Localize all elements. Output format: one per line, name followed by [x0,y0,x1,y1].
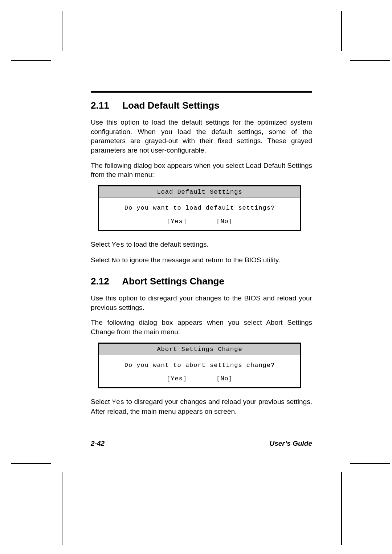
dialog-box: Load Default Settings Do you want to loa… [98,185,312,231]
body-paragraph: Select No to ignore the message and retu… [91,255,312,266]
dialog-option-no[interactable]: [No] [216,375,233,382]
text-fragment: to ignore the message and return to the … [120,256,280,264]
doc-title: User’s Guide [269,440,312,448]
text-fragment: Select [91,240,112,248]
dialog-box: Abort Settings Change Do you want to abo… [98,343,312,388]
dialog-option-yes[interactable]: [Yes] [167,375,187,382]
section-heading: 2.11 Load Default Settings [91,100,312,111]
code-text: Yes [112,398,124,406]
crop-mark [341,472,342,545]
body-paragraph: Use this option to disregard your change… [91,294,312,312]
dialog-question: Do you want to load default settings? [103,205,297,211]
section-title: Abort Settings Change [122,276,224,287]
body-paragraph: The following dialog box appears when yo… [91,318,312,336]
dialog-option-no[interactable]: [No] [216,218,233,225]
page-number: 2-42 [91,440,105,448]
dialog-options: [Yes] [No] [103,218,297,225]
section-title: Load Default Settings [122,100,219,111]
section-heading: 2.12 Abort Settings Change [91,276,312,287]
dialog-question: Do you want to abort settings change? [103,362,297,369]
body-paragraph: Select Yes to load the default settings. [91,240,312,250]
dialog-body: Do you want to abort settings change? [Y… [99,355,300,387]
dialog-title: Abort Settings Change [99,344,300,355]
text-fragment: to load the default settings. [124,240,208,248]
content-area: 2.11 Load Default Settings Use this opti… [91,91,312,422]
page: 2.11 Load Default Settings Use this opti… [0,0,392,554]
crop-mark [350,463,390,464]
crop-mark [11,60,51,61]
code-text: Yes [112,241,124,249]
dialog-title: Load Default Settings [99,186,300,198]
section-number: 2.11 [91,100,120,111]
dialog-body: Do you want to load default settings? [Y… [99,198,300,230]
crop-mark [62,472,62,545]
crop-mark [350,60,390,61]
body-paragraph: Select Yes to disregard your changes and… [91,397,312,416]
page-footer: 2-42 User’s Guide [91,440,312,448]
code-text: No [112,256,120,264]
dialog-option-yes[interactable]: [Yes] [167,218,187,225]
section-rule [91,91,312,93]
crop-mark [11,463,51,464]
dialog-options: [Yes] [No] [103,375,297,382]
text-fragment: Select [91,256,112,264]
body-paragraph: The following dialog box appears when yo… [91,161,312,179]
crop-mark [341,11,342,51]
crop-mark [62,11,62,51]
text-fragment: Select [91,398,112,405]
body-paragraph: Use this option to load the default sett… [91,118,312,155]
section-number: 2.12 [91,276,120,287]
